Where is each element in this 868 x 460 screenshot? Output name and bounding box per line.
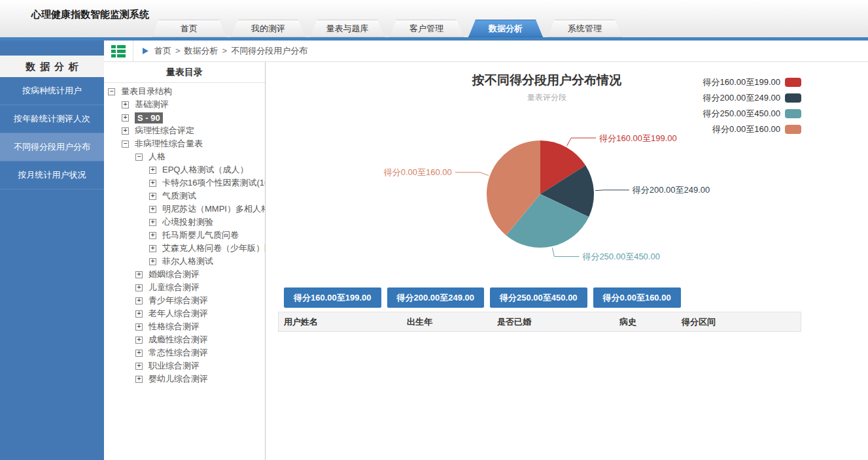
expand-icon[interactable]: + [135, 337, 143, 344]
tree-node[interactable]: −量表目录结构 [104, 85, 265, 98]
expand-icon[interactable]: + [135, 297, 143, 304]
tree-node-label[interactable]: 明尼苏达（MMPI）多相人格测 [162, 203, 266, 215]
expand-icon[interactable]: + [135, 284, 143, 291]
nav-tab-6[interactable]: 系统管理 [547, 20, 622, 37]
nav-tab-3[interactable]: 量表与题库 [310, 20, 385, 37]
expand-icon[interactable]: + [135, 310, 143, 318]
tree-node-label[interactable]: 非病理性综合量表 [135, 138, 203, 150]
expand-icon[interactable]: + [122, 114, 129, 122]
tree-node[interactable]: +基础测评 [104, 98, 265, 111]
tree-node[interactable]: +婴幼儿综合测评 [104, 372, 265, 386]
scale-catalog-panel: 量表目录 −量表目录结构+基础测评+S - 90+病理性综合评定−非病理性综合量… [104, 62, 266, 460]
expand-icon[interactable]: + [149, 180, 156, 187]
expand-icon[interactable]: + [149, 232, 156, 239]
tree-node-label[interactable]: 心境投射测验 [162, 216, 213, 228]
result-table-header: 用户姓名出生年是否已婚病史得分区间 [278, 312, 801, 332]
expand-icon[interactable]: + [135, 363, 143, 370]
tree-node-label[interactable]: 婚姻综合测评 [148, 269, 200, 280]
nav-tab-5[interactable]: 数据分析 [468, 20, 543, 37]
layout-grid-icon[interactable] [111, 45, 126, 58]
tree-node[interactable]: −非病理性综合量表 [104, 137, 265, 150]
breadcrumb-item-1[interactable]: 首页 [154, 46, 171, 56]
play-arrow-icon [143, 48, 148, 54]
nav-tab-label: 量表与题库 [326, 24, 369, 33]
tree-node[interactable]: +病理性综合评定 [104, 124, 265, 137]
tree-node-label[interactable]: S - 90 [135, 112, 163, 123]
tree-node-label[interactable]: 艾森克人格问卷（少年版）陈仲 [162, 242, 266, 254]
tree-node[interactable]: +卡特尔16项个性因素测试(16PF [104, 176, 265, 189]
collapse-icon[interactable]: − [108, 88, 115, 95]
sidebar-item-4[interactable]: 按月统计用户状况 [0, 161, 104, 189]
tree-node-label[interactable]: 职业综合测评 [148, 360, 200, 372]
tree-node-label[interactable]: 常态性综合测评 [148, 347, 208, 359]
app-header: 心理健康指数智能监测系统 首页我的测评量表与题库客户管理数据分析系统管理 [0, 0, 868, 37]
expand-icon[interactable]: + [149, 167, 156, 174]
breadcrumb-item-2[interactable]: 数据分析 [184, 46, 218, 56]
tree-node-label[interactable]: 人格 [148, 151, 165, 163]
nav-tab-4[interactable]: 客户管理 [389, 20, 464, 37]
tree-node[interactable]: +儿童综合测评 [104, 281, 265, 294]
tree-node[interactable]: +心境投射测验 [104, 216, 265, 229]
segment-button-2[interactable]: 得分200.00至249.00 [387, 288, 485, 308]
expand-icon[interactable]: + [149, 206, 156, 213]
tree-node[interactable]: +EPQ人格测试（成人） [104, 163, 265, 176]
tree-node[interactable]: −人格 [104, 150, 265, 163]
tree-node[interactable]: +托马斯婴儿气质问卷 [104, 229, 265, 242]
tree-node-label[interactable]: 卡特尔16项个性因素测试(16PF [162, 177, 266, 189]
tree-node-label[interactable]: 菲尔人格测试 [162, 255, 213, 267]
expand-icon[interactable]: + [135, 271, 143, 278]
pie-label-line [595, 190, 629, 191]
collapse-icon[interactable]: − [122, 140, 129, 148]
collapse-icon[interactable]: − [135, 154, 143, 161]
sidebar-item-1[interactable]: 按病种统计用户 [0, 77, 104, 105]
tree-node[interactable]: +老年人综合测评 [104, 307, 265, 320]
expand-icon[interactable]: + [135, 376, 143, 383]
sidebar: 数据分析 按病种统计用户按年龄统计测评人次不同得分段用户分布按月统计用户状况 [0, 41, 104, 460]
tree-node[interactable]: +气质测试 [104, 189, 265, 203]
pie-label: 得分200.00至249.00 [632, 185, 710, 195]
expand-icon[interactable]: + [135, 323, 143, 331]
tree-node[interactable]: +S - 90 [104, 111, 265, 124]
segment-button-1[interactable]: 得分160.00至199.00 [284, 288, 381, 308]
expand-icon[interactable]: + [135, 350, 143, 357]
tree-node-label[interactable]: 儿童综合测评 [148, 282, 200, 293]
nav-tab-2[interactable]: 我的测评 [231, 20, 305, 37]
pie-chart: 得分160.00至199.00得分200.00至249.00得分250.00至4… [268, 65, 811, 288]
expand-icon[interactable]: + [122, 127, 129, 135]
sidebar-item-2[interactable]: 按年龄统计测评人次 [0, 105, 104, 133]
tree-node-label[interactable]: 性格综合测评 [148, 321, 200, 333]
expand-icon[interactable]: + [122, 101, 129, 108]
pie-label-line [567, 138, 597, 146]
tree-node[interactable]: +青少年综合测评 [104, 294, 265, 307]
expand-icon[interactable]: + [149, 219, 156, 226]
expand-icon[interactable]: + [149, 258, 156, 265]
expand-icon[interactable]: + [149, 193, 156, 200]
tree-node[interactable]: +成瘾性综合测评 [104, 333, 265, 346]
segment-button-4[interactable]: 得分0.00至160.00 [593, 288, 681, 308]
tree-node[interactable]: +婚姻综合测评 [104, 268, 265, 281]
tree-node-label[interactable]: EPQ人格测试（成人） [162, 164, 248, 176]
tree-node-label[interactable]: 基础测评 [135, 99, 169, 110]
tree-node-label[interactable]: 婴幼儿综合测评 [148, 373, 208, 385]
tree-node[interactable]: +明尼苏达（MMPI）多相人格测 [104, 203, 265, 216]
tree-node-label[interactable]: 青少年综合测评 [148, 295, 208, 306]
nav-tab-label: 数据分析 [489, 24, 523, 33]
nav-tab-1[interactable]: 首页 [152, 20, 226, 37]
tree-node[interactable]: +性格综合测评 [104, 320, 265, 333]
tree-node[interactable]: +职业综合测评 [104, 359, 265, 372]
sidebar-item-3[interactable]: 不同得分段用户分布 [0, 133, 104, 161]
tree-node[interactable]: +菲尔人格测试 [104, 255, 265, 268]
tree-node-label[interactable]: 成瘾性综合测评 [148, 334, 208, 346]
tree-node-label[interactable]: 病理性综合评定 [135, 125, 194, 137]
breadcrumb-item-3[interactable]: 不同得分段用户分布 [231, 46, 307, 56]
sidebar-title: 数据分析 [0, 56, 104, 77]
tree-node-label[interactable]: 老年人综合测评 [148, 308, 208, 320]
segment-button-3[interactable]: 得分250.00至450.00 [490, 288, 587, 308]
tree-node-label[interactable]: 托马斯婴儿气质问卷 [162, 229, 239, 241]
tree-node-label[interactable]: 气质测试 [162, 190, 196, 202]
table-column-header: 得分区间 [676, 316, 801, 328]
tree-node[interactable]: +常态性综合测评 [104, 346, 265, 359]
tree-node-label[interactable]: 量表目录结构 [121, 86, 172, 97]
expand-icon[interactable]: + [149, 245, 156, 252]
tree-node[interactable]: +艾森克人格问卷（少年版）陈仲 [104, 242, 265, 255]
